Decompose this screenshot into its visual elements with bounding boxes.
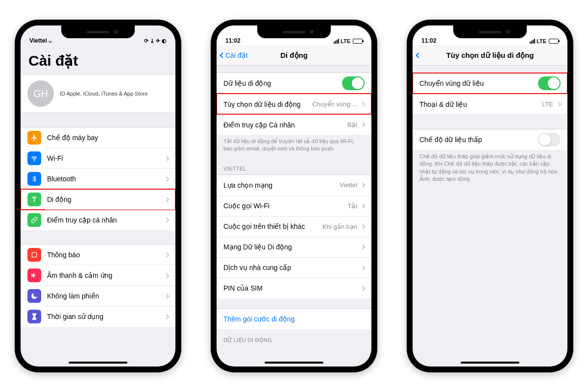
voice-data-row[interactable]: Thoại & dữ liệuLTE <box>413 94 567 114</box>
nav-header: Cài đặt Di động <box>217 45 371 66</box>
wifi-calling-row[interactable]: Cuộc gọi Wi-FiTắt <box>217 196 371 216</box>
chevron-right-icon <box>361 286 366 291</box>
nav-header: Tùy chọn dữ liệu di động <box>413 45 567 66</box>
screentime-row[interactable]: Thời gian sử dụng <box>21 306 175 327</box>
dnd-row[interactable]: Không làm phiền <box>21 286 175 306</box>
row-label: Chế độ dữ liệu thấp <box>419 136 538 144</box>
chevron-right-icon <box>361 245 366 249</box>
page-title: Cài đặt <box>21 45 175 74</box>
chevron-right-icon <box>361 224 366 229</box>
antenna-icon <box>27 193 41 206</box>
low-data-mode-row[interactable]: Chế độ dữ liệu thấp <box>413 129 567 150</box>
mobile-data-network-row[interactable]: Mạng Dữ liệu Di động <box>217 237 371 257</box>
apple-id-row[interactable]: GH ID Apple, iCloud, iTunes & App Store <box>21 74 175 113</box>
row-label: Thời gian sử dụng <box>47 313 161 320</box>
signal-icon <box>334 39 339 44</box>
row-label: Tùy chọn dữ liệu di động <box>223 100 312 108</box>
network-label: LTE <box>537 38 546 44</box>
status-icons: ⟳ ⤓ ✈︎ ◐ <box>144 38 167 44</box>
phone-frame-1: Viettel ⌵ ⟳ ⤓ ✈︎ ◐ Cài đặt GH ID Apple, … <box>15 20 181 372</box>
carrier-label: Viettel <box>29 37 47 44</box>
home-indicator[interactable] <box>461 362 519 364</box>
low-data-footer: Chế độ dữ liệu thấp giúp giảm mức sử dụn… <box>413 150 567 188</box>
chevron-right-icon <box>165 273 170 278</box>
notifications-row[interactable]: Thông báo <box>21 245 175 265</box>
row-label: Thông báo <box>47 251 161 259</box>
svg-rect-0 <box>32 252 36 257</box>
hourglass-icon <box>27 310 41 323</box>
toggle[interactable] <box>538 76 561 90</box>
row-value: Bật <box>347 121 357 128</box>
cellular-data-row[interactable]: Dữ liệu di động <box>217 73 371 94</box>
airplane-mode-row[interactable]: Chế độ máy bay <box>21 127 175 148</box>
bell-icon <box>27 248 41 262</box>
back-button[interactable]: Cài đặt <box>220 51 248 59</box>
calls-other-devices-row[interactable]: Cuộc gọi trên thiết bị khácKhi gần bạn <box>217 216 371 237</box>
row-label: Cuộc gọi trên thiết bị khác <box>223 222 322 230</box>
chevron-right-icon <box>361 265 366 270</box>
sounds-row[interactable]: Âm thanh & cảm ứng <box>21 265 175 286</box>
toggle[interactable] <box>538 133 561 147</box>
bluetooth-icon <box>27 172 41 186</box>
chevron-right-icon <box>165 314 170 319</box>
personal-hotspot-row[interactable]: Điểm truy cập Cá nhânBật <box>217 114 371 135</box>
notch <box>61 25 135 38</box>
chevron-right-icon <box>165 252 170 257</box>
signal-icon <box>530 39 535 44</box>
carrier-services-row[interactable]: Dịch vụ nhà cung cấp <box>217 257 371 278</box>
sim-pin-row[interactable]: PIN của SIM <box>217 278 371 298</box>
status-time: 11:02 <box>421 37 490 44</box>
chevron-right-icon <box>165 176 170 181</box>
chevron-right-icon <box>361 122 366 127</box>
row-label: Cuộc gọi Wi-Fi <box>223 202 347 210</box>
chevron-right-icon <box>557 102 562 107</box>
viettel-header: VIETTEL <box>217 158 371 174</box>
battery-icon <box>549 39 559 44</box>
row-value: Chuyển vùng:... <box>312 100 357 108</box>
row-label: Di động <box>47 196 161 203</box>
chevron-right-icon <box>361 183 366 188</box>
phone-frame-3: 11:02 LTE Tùy chọn dữ liệu di động Chuyể… <box>407 20 573 372</box>
nav-title: Di động <box>280 51 308 60</box>
cellular-footer: Tắt dữ liệu di động để truyền tất cả dữ … <box>217 135 371 158</box>
row-label: Âm thanh & cảm ứng <box>47 271 161 279</box>
chevron-left-icon <box>416 52 421 58</box>
chevron-left-icon <box>220 52 225 58</box>
toggle[interactable] <box>342 76 365 90</box>
row-label: Wi-Fi <box>47 154 161 162</box>
row-label: Điểm truy cập Cá nhân <box>223 121 347 129</box>
wifi-icon <box>27 151 41 165</box>
network-selection-row[interactable]: Lựa chọn mạngViettel <box>217 175 371 196</box>
row-label: Chuyển vùng dữ liệu <box>419 79 538 87</box>
chevron-right-icon <box>165 197 170 202</box>
row-label: Không làm phiền <box>47 292 161 300</box>
notch <box>453 25 527 38</box>
row-label: PIN của SIM <box>223 284 357 292</box>
wifi-row[interactable]: Wi-Fi <box>21 148 175 169</box>
row-label: Thoại & dữ liệu <box>419 100 542 108</box>
apple-id-sub: ID Apple, iCloud, iTunes & App Store <box>60 91 147 97</box>
wifi-icon: ⌵ <box>49 37 52 44</box>
hotspot-row[interactable]: Điểm truy cập cá nhân <box>21 210 175 230</box>
row-label: Bluetooth <box>47 175 161 183</box>
moon-icon <box>27 289 41 303</box>
back-button[interactable] <box>416 53 420 57</box>
add-cellular-plan[interactable]: Thêm gói cước di động <box>217 309 371 329</box>
row-value: Tắt <box>347 202 357 210</box>
row-label: Dữ liệu di động <box>223 79 342 87</box>
row-label: Lựa chọn mạng <box>223 181 340 189</box>
network-label: LTE <box>341 38 350 44</box>
airplane-icon <box>27 131 41 145</box>
cellular-data-options-row[interactable]: Tùy chọn dữ liệu di độngChuyển vùng:... <box>217 94 371 114</box>
bluetooth-row[interactable]: Bluetooth <box>21 169 175 189</box>
data-roaming-row[interactable]: Chuyển vùng dữ liệu <box>413 73 567 94</box>
row-label: Mạng Dữ liệu Di động <box>223 243 357 251</box>
row-value: Khi gần bạn <box>322 223 357 230</box>
battery-icon <box>353 39 363 44</box>
home-indicator[interactable] <box>69 362 127 364</box>
chevron-right-icon <box>165 156 170 161</box>
home-indicator[interactable] <box>265 362 323 364</box>
chevron-right-icon <box>361 203 366 208</box>
cellular-row[interactable]: Di động <box>21 189 175 210</box>
notch <box>257 25 331 38</box>
